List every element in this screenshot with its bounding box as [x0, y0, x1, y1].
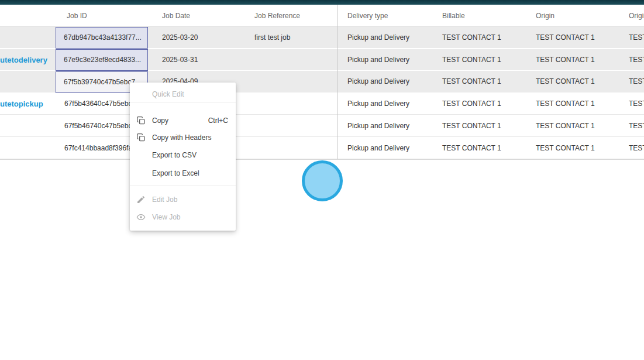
cell-origin[interactable]: TEST CONTACT 1 [536, 49, 595, 71]
menu-item-label: Export to Excel [152, 164, 199, 182]
context-menu: Quick Edit Copy Ctrl+C Copy with Headers… [130, 83, 236, 231]
menu-item-copy[interactable]: Copy Ctrl+C [130, 112, 236, 129]
cell-billable[interactable]: TEST CONTACT 1 [442, 27, 501, 49]
cell-billable[interactable]: TEST CONTACT 1 [442, 138, 501, 159]
table-row: 67f5b46740c47b5ebc7 Pickup and Delivery … [0, 115, 644, 137]
cell-delivery-type[interactable]: Pickup and Delivery [347, 71, 409, 92]
cell-origin[interactable]: TEST CONTACT 1 [536, 115, 595, 137]
menu-item-label: Copy with Headers [152, 129, 211, 146]
cell-origin[interactable]: TEST CONTACT 1 [536, 71, 595, 92]
cell-job-id[interactable]: 67fc414bbaad8f396fa6 [64, 138, 136, 159]
cell-billable[interactable]: TEST CONTACT 1 [442, 115, 501, 137]
menu-item-label: Edit Job [152, 191, 177, 208]
menu-item-label: View Job [152, 208, 180, 226]
cell-delivery-type[interactable]: Pickup and Delivery [347, 49, 409, 71]
menu-item-label: Export to CSV [152, 146, 197, 164]
column-header-delivery-type[interactable]: Delivery type [347, 5, 388, 27]
cell-job-id[interactable]: 67f5b43640c47b5ebc7 [64, 93, 136, 115]
cell-origin-2[interactable]: TEST CONTACT 1 [629, 115, 644, 137]
menu-item-label: Quick Edit [152, 85, 184, 103]
cell-billable[interactable]: TEST CONTACT 1 [442, 49, 501, 71]
cell-origin-2[interactable]: TEST CONTACT 1 [629, 138, 644, 159]
menu-item-copy-with-headers[interactable]: Copy with Headers [130, 129, 236, 146]
menu-item-export-csv[interactable]: Export to CSV [130, 146, 236, 164]
column-header-billable[interactable]: Billable [442, 5, 465, 27]
cell-delivery-type[interactable]: Pickup and Delivery [347, 27, 409, 49]
menu-item-shortcut: Ctrl+C [208, 112, 228, 129]
cell-origin[interactable]: TEST CONTACT 1 [536, 27, 595, 49]
cell-origin[interactable]: TEST CONTACT 1 [536, 138, 595, 159]
table-row: utetopickup 67f5b43640c47b5ebc7 Pickup a… [0, 93, 644, 115]
app-top-bar [0, 0, 644, 5]
cell-job-date[interactable]: 2025-03-20 [162, 27, 198, 49]
cell-billable[interactable]: TEST CONTACT 1 [442, 71, 501, 92]
grid-header-row: Job ID Job Date Job Reference Delivery t… [0, 5, 644, 27]
menu-separator [130, 186, 236, 186]
pinned-columns-divider [338, 5, 338, 159]
cell-job-id[interactable]: 67f5b46740c47b5ebc7 [64, 115, 136, 137]
cell-origin-2[interactable]: TEST CONTACT 1 [629, 93, 644, 115]
table-row: 67fc414bbaad8f396fa6 Pickup and Delivery… [0, 138, 644, 159]
column-header-origin[interactable]: Origin [536, 5, 555, 27]
menu-item-label: Copy [152, 112, 168, 129]
cell-delivery-type[interactable]: Pickup and Delivery [347, 115, 409, 137]
cell-billable[interactable]: TEST CONTACT 1 [442, 93, 501, 115]
cell-origin-2[interactable]: TEST CONTACT 1 [629, 71, 644, 92]
job-name-link[interactable]: utetopickup [0, 93, 43, 115]
menu-item-edit-job: Edit Job [130, 191, 236, 208]
cell-origin[interactable]: TEST CONTACT 1 [536, 93, 595, 115]
selected-job-id-cell[interactable]: 67db947bc43a4133f77... [56, 27, 148, 49]
cell-job-reference[interactable]: first test job [254, 27, 290, 49]
cell-origin-2[interactable]: TEST CONTACT 1 [629, 49, 644, 71]
column-header-job-id[interactable]: Job ID [67, 5, 87, 27]
cell-delivery-type[interactable]: Pickup and Delivery [347, 93, 409, 115]
table-bottom-border [0, 159, 644, 160]
pencil-icon [136, 195, 146, 204]
column-header-job-reference[interactable]: Job Reference [254, 5, 300, 27]
cell-origin-2[interactable]: TEST CONTACT 1 [629, 27, 644, 49]
job-name-link[interactable]: utetodelivery [0, 49, 47, 71]
touch-indicator-circle [302, 160, 343, 201]
column-header-origin-2[interactable]: Origin [629, 5, 644, 27]
menu-item-view-job: View Job [130, 208, 236, 226]
copy-icon [136, 133, 146, 142]
selected-job-id-cell[interactable]: 67e9c3e23ef8ecd4833... [56, 49, 148, 71]
column-header-job-date[interactable]: Job Date [162, 5, 190, 27]
copy-icon [136, 116, 146, 125]
menu-separator [130, 102, 236, 102]
menu-item-quick-edit: Quick Edit [130, 85, 236, 103]
cell-job-date[interactable]: 2025-03-31 [162, 49, 198, 71]
menu-item-export-excel[interactable]: Export to Excel [130, 164, 236, 182]
cell-delivery-type[interactable]: Pickup and Delivery [347, 138, 409, 159]
eye-icon [136, 212, 146, 222]
